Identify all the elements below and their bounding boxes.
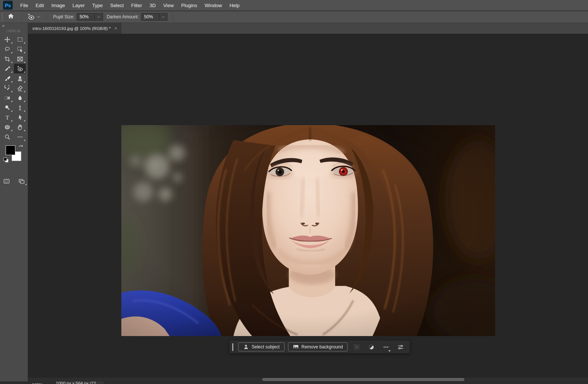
history-brush-icon — [4, 85, 10, 91]
close-tab-icon[interactable]: × — [114, 25, 117, 31]
dodge-tool[interactable] — [1, 103, 13, 112]
eraser-icon — [17, 85, 23, 91]
select-subject-label: Select subject — [252, 344, 280, 350]
history-brush-tool[interactable] — [1, 83, 13, 93]
photoshop-logo[interactable]: Ps — [3, 1, 13, 10]
menu-item-type[interactable]: Type — [88, 0, 106, 11]
darken-amount-input[interactable]: 50% — [141, 13, 159, 21]
eyedropper-tool[interactable] — [1, 64, 13, 73]
document-tab-title: intro-1600116193.jpg @ 100% (RGB/8) * — [33, 26, 110, 31]
default-colors-button[interactable] — [3, 157, 9, 163]
svg-text:T: T — [5, 114, 9, 120]
remove-background-button[interactable]: Remove background — [288, 342, 348, 351]
select-subject-button[interactable]: Select subject — [238, 342, 285, 351]
contextual-task-bar: Select subject Remove background — [230, 341, 410, 353]
lasso-tool[interactable] — [1, 44, 13, 54]
frame-icon — [17, 56, 23, 62]
darken-amount-dropdown[interactable] — [159, 13, 167, 21]
tool-options-bar: Pupil Size: 50% Darken Amount: 50% — [0, 11, 588, 23]
menu-item-plugins[interactable]: Plugins — [178, 0, 201, 11]
edit-toolbar-button[interactable] — [14, 132, 26, 142]
chevron-down-icon — [36, 15, 41, 19]
menu-item-edit[interactable]: Edit — [32, 0, 48, 11]
options-separator — [46, 13, 46, 21]
more-options-button[interactable] — [380, 342, 391, 352]
home-button[interactable] — [7, 13, 14, 21]
path-selection-tool[interactable] — [14, 112, 26, 122]
foreground-color-swatch[interactable] — [6, 145, 15, 155]
task-bar-properties-button[interactable] — [395, 342, 406, 352]
tools-panel-grip[interactable] — [7, 30, 21, 32]
menu-item-filter[interactable]: Filter — [127, 0, 146, 11]
create-adjustment-button[interactable] — [366, 342, 377, 352]
horizontal-scrollbar[interactable] — [28, 378, 588, 381]
status-popup-arrow[interactable]: > — [111, 383, 113, 384]
current-tool-preset[interactable] — [25, 12, 43, 21]
swap-colors-button[interactable] — [18, 144, 24, 151]
selection-disabled-icon — [354, 344, 360, 350]
menu-item-3d[interactable]: 3D — [146, 0, 160, 11]
menu-item-help[interactable]: Help — [226, 0, 243, 11]
blur-tool[interactable] — [14, 93, 26, 103]
menu-item-file[interactable]: File — [16, 0, 32, 11]
status-zoom-field[interactable]: 100% — [32, 383, 43, 384]
quick-mask-icon — [3, 178, 10, 184]
gradient-icon — [4, 95, 10, 101]
ellipse-shape-tool[interactable] — [1, 122, 13, 132]
move-tool[interactable] — [1, 34, 13, 44]
crop-tool[interactable] — [1, 54, 13, 64]
home-icon — [7, 13, 14, 19]
collapse-panel-button[interactable]: « — [0, 23, 28, 28]
zoom-icon — [4, 134, 10, 140]
select-subject-icon — [243, 344, 249, 350]
document-image[interactable] — [121, 125, 495, 336]
tools-panel: « — [0, 23, 28, 381]
clone-stamp-tool[interactable] — [14, 73, 26, 83]
hand-tool[interactable] — [14, 122, 26, 132]
canvas-area[interactable]: Select subject Remove background — [28, 34, 588, 378]
blur-drop-icon — [17, 95, 23, 101]
path-selection-icon — [17, 114, 23, 121]
horizontal-scrollbar-thumb[interactable] — [262, 378, 464, 381]
move-icon — [4, 36, 10, 43]
document-tab[interactable]: intro-1600116193.jpg @ 100% (RGB/8) * × — [28, 23, 121, 34]
gradient-tool[interactable] — [1, 93, 13, 103]
menu-item-layer[interactable]: Layer — [69, 0, 89, 11]
pupil-size-dropdown[interactable] — [95, 13, 103, 21]
type-tool[interactable]: T — [1, 112, 13, 122]
pupil-size-input[interactable]: 50% — [77, 13, 95, 21]
quick-mask-button[interactable] — [0, 176, 12, 186]
zoom-tool[interactable] — [1, 132, 13, 142]
pen-tool[interactable] — [14, 103, 26, 112]
screen-mode-button[interactable] — [15, 176, 27, 186]
status-collapse-arrow[interactable]: < — [119, 383, 122, 384]
remove-background-label: Remove background — [301, 344, 343, 350]
brush-tool[interactable] — [1, 73, 13, 83]
menu-item-image[interactable]: Image — [48, 0, 69, 11]
rectangular-marquee-tool[interactable] — [14, 34, 26, 44]
options-separator — [173, 13, 173, 21]
red-eye-tool[interactable] — [14, 64, 26, 73]
menu-bar: Ps File Edit Image Layer Type Select Fil… — [0, 0, 588, 11]
taskbar-properties-icon — [397, 344, 404, 350]
object-selection-tool[interactable] — [14, 44, 26, 54]
menu-item-window[interactable]: Window — [201, 0, 225, 11]
task-bar-drag-handle[interactable] — [232, 343, 233, 351]
frame-tool[interactable] — [14, 54, 26, 64]
menu-item-view[interactable]: View — [160, 0, 178, 11]
ellipse-icon — [4, 124, 10, 130]
default-colors-icon — [3, 157, 9, 163]
crop-icon — [4, 56, 10, 62]
eraser-tool[interactable] — [14, 83, 26, 93]
red-eye-tool-icon — [27, 13, 35, 21]
swap-arrows-icon — [18, 144, 24, 149]
options-bar-grip[interactable] — [1, 13, 3, 21]
pen-icon — [17, 105, 23, 111]
red-eye-icon — [17, 66, 23, 72]
brush-icon — [4, 75, 10, 82]
darken-amount-label: Darken Amount: — [107, 14, 139, 19]
menu-item-select[interactable]: Select — [106, 0, 127, 11]
chevron-down-icon — [161, 15, 165, 19]
status-doc-info[interactable]: 1000 px x 564 px (72 ppi) — [55, 381, 104, 384]
clone-stamp-icon — [17, 75, 23, 82]
